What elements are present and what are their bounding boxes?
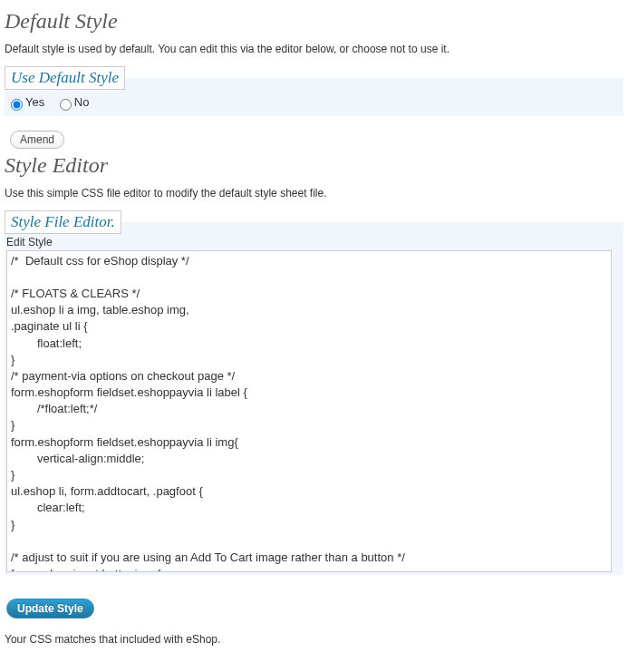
no-radio[interactable] <box>60 99 72 111</box>
default-style-heading: Default Style <box>5 9 623 34</box>
use-default-style-legend: Use Default Style <box>5 66 125 90</box>
css-editor-textarea[interactable] <box>6 250 612 572</box>
amend-button[interactable]: Amend <box>10 131 64 149</box>
style-editor-description: Use this simple CSS file editor to modif… <box>5 187 623 200</box>
use-default-style-fieldset: Use Default Style Yes No <box>5 66 623 116</box>
default-style-radio-row: Yes No <box>5 90 623 116</box>
no-radio-label[interactable]: No <box>55 95 90 109</box>
style-file-editor-legend: Style File Editor. <box>5 210 121 234</box>
style-file-editor-fieldset: Style File Editor. Edit Style <box>5 210 623 575</box>
yes-radio[interactable] <box>11 99 23 111</box>
css-match-status: Your CSS matches that included with eSho… <box>5 633 623 646</box>
style-editor-heading: Style Editor <box>5 153 623 178</box>
edit-style-label: Edit Style <box>5 234 623 248</box>
update-style-button[interactable]: Update Style <box>6 599 94 618</box>
no-text: No <box>74 95 90 109</box>
default-style-description: Default style is used by default. You ca… <box>5 43 623 55</box>
yes-text: Yes <box>25 95 44 109</box>
yes-radio-label[interactable]: Yes <box>6 95 48 109</box>
